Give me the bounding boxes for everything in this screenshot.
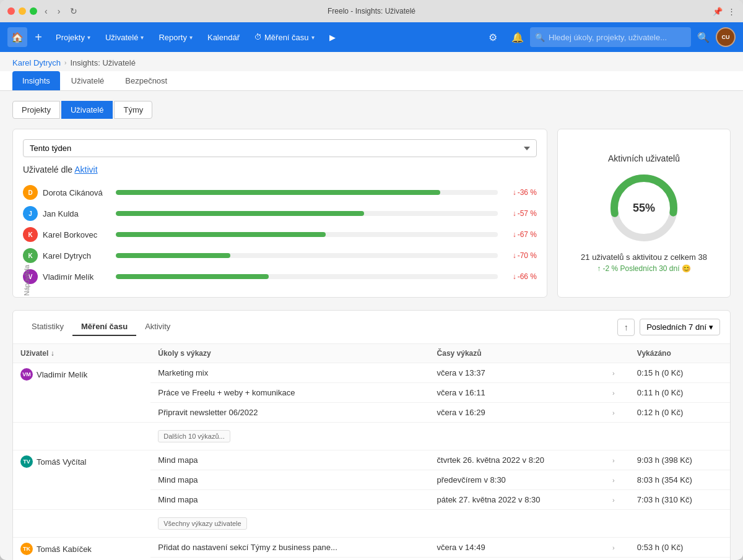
section-period-button[interactable]: Posledních 7 dní ▾	[640, 319, 720, 335]
more-button[interactable]: Všechny výkazy uživatele	[158, 517, 246, 530]
more-row: Dalších 10 výkazů...	[13, 423, 730, 450]
task-reported-cell: 9:03 h (398 Kč)	[630, 450, 730, 470]
task-start-cell: včera v 13:37	[430, 363, 606, 383]
user-activity-row: J Jan Kulda ↓ -57 %	[23, 203, 537, 224]
nav-item-play[interactable]: ▶	[323, 29, 342, 46]
forward-button[interactable]: ›	[55, 5, 63, 17]
notifications-icon[interactable]: 🔔	[508, 27, 528, 47]
user-avatar: TK	[20, 543, 33, 555]
task-start-cell: čtvrtek 26. května 2022 v 8:20	[430, 450, 606, 470]
task-name-cell: Připravit newsletter 06/2022	[150, 403, 429, 423]
user-cell: TV Tomáš Vyčítal	[13, 450, 150, 510]
task-name-cell: Přidat do nastavení sekcí Týmy z busines…	[150, 538, 429, 558]
search-bar[interactable]: 🔍	[530, 27, 691, 47]
sub-tab-uzivatele[interactable]: Uživatelé	[61, 101, 113, 119]
user-name: Karel Borkovec	[43, 230, 111, 239]
user-name: Dorota Cikánová	[43, 188, 111, 197]
main-area: Projekty Uživatelé Týmy Tento týden Minu…	[0, 91, 743, 560]
user-avatar: J	[23, 206, 38, 221]
table-row: VM Vladimír Melík Marketing mix včera v …	[13, 363, 730, 383]
export-button[interactable]: ↑	[617, 319, 635, 336]
close-button[interactable]	[7, 7, 15, 15]
tab-insights[interactable]: Insights	[12, 71, 60, 90]
task-reported-cell: 0:15 h (0 Kč)	[630, 363, 730, 383]
change-value: -70 %	[518, 251, 537, 260]
section-tab-mereni[interactable]: Měření času	[72, 318, 136, 336]
help-sidebar-label[interactable]: Nápověda	[23, 264, 30, 295]
change-value: -67 %	[518, 230, 537, 239]
activity-change: ↓ -57 %	[503, 209, 537, 218]
task-start-cell: včera v 12:35	[430, 558, 606, 561]
arrow-cell: ›	[605, 363, 630, 383]
col-arrow	[605, 344, 630, 363]
task-name-cell: Práce ve Freelu + weby + komunikace	[150, 383, 429, 403]
fullscreen-button[interactable]	[30, 7, 37, 15]
activity-bar-fill	[116, 253, 230, 258]
user-activity-row: V Vladimír Melík ↓ -66 %	[23, 266, 537, 287]
settings-icon[interactable]: ⚙	[483, 27, 503, 47]
search-input[interactable]	[549, 33, 672, 42]
home-button[interactable]: 🏠	[7, 27, 27, 47]
titlebar-right: 📌 ⋮	[713, 7, 736, 16]
activity-bar-container	[116, 190, 498, 195]
search-button[interactable]: 🔍	[693, 27, 713, 47]
chevron-down-icon: ▾	[87, 34, 90, 41]
back-button[interactable]: ‹	[42, 5, 50, 17]
section-tab-aktivity[interactable]: Aktivity	[136, 318, 179, 336]
breadcrumb: Karel Dytrych › Insights: Uživatelé	[0, 52, 743, 71]
user-avatar: K	[23, 227, 38, 242]
task-name-cell: Marketing mix	[150, 363, 429, 383]
change-value: -57 %	[518, 209, 537, 218]
breadcrumb-separator: ›	[64, 59, 66, 66]
user-name: Jan Kulda	[43, 209, 111, 218]
user-avatar[interactable]: CU	[716, 27, 736, 47]
arrow-cell: ›	[605, 490, 630, 510]
trend-icon: ↓	[513, 230, 516, 239]
section-tab-statistiky[interactable]: Statistiky	[23, 318, 72, 336]
user-activity-row: K Karel Dytrych ↓ -70 %	[23, 245, 537, 266]
more-button-cell: Dalších 10 výkazů...	[150, 423, 730, 450]
task-name-cell: Mind mapa	[150, 490, 429, 510]
traffic-lights	[7, 7, 37, 15]
task-start-cell: pátek 27. května 2022 v 8:30	[430, 490, 606, 510]
nav-item-kalendar[interactable]: Kalendář	[201, 29, 246, 46]
chevron-down-icon: ▾	[141, 34, 144, 41]
task-start-cell: včera v 16:11	[430, 383, 606, 403]
col-user: Uživatel ↓	[13, 344, 150, 363]
more-button[interactable]: Dalších 10 výkazů...	[158, 430, 230, 442]
period-select[interactable]: Tento týden Minulý týden Tento měsíc Min…	[23, 139, 537, 157]
nav-item-reporty[interactable]: Reporty ▾	[152, 29, 199, 46]
tab-bezpecnost[interactable]: Bezpečnost	[115, 71, 177, 90]
donut-trend: ↑ -2 % Posledních 30 dní 😊	[597, 264, 691, 273]
user-name: Karel Dytrych	[43, 251, 111, 261]
user-name: Vladimír Melík	[43, 272, 111, 282]
nav-item-uzivatele[interactable]: Uživatelé ▾	[99, 29, 150, 46]
activity-bar-container	[116, 253, 498, 258]
nav-item-projekty[interactable]: Projekty ▾	[50, 29, 97, 46]
time-table: Uživatel ↓ Úkoly s výkazy Časy výkazů Vy…	[13, 344, 730, 560]
table-row: TV Tomáš Vyčítal Mind mapa čtvrtek 26. k…	[13, 450, 730, 470]
table-body: VM Vladimír Melík Marketing mix včera v …	[13, 363, 730, 561]
nav-item-mereni-casu[interactable]: ⏱ Měření času ▾	[248, 29, 321, 46]
task-reported-cell: 0:11 h (0 Kč)	[630, 383, 730, 403]
activity-link[interactable]: Aktivit	[74, 165, 97, 174]
donut-center-label: 55%	[633, 202, 655, 215]
breadcrumb-link-karel[interactable]: Karel Dytrych	[12, 58, 61, 67]
user-cell: TK Tomáš Kabíček	[13, 538, 150, 561]
arrow-cell: ›	[605, 383, 630, 403]
chevron-down-icon: ▾	[311, 34, 315, 41]
activity-title: Uživatelé dle Aktivit	[23, 165, 537, 174]
sub-tab-projekty[interactable]: Projekty	[12, 101, 60, 119]
minimize-button[interactable]	[19, 7, 26, 15]
more-button-cell: Všechny výkazy uživatele	[150, 510, 730, 538]
menu-icon: ⋮	[728, 7, 736, 16]
add-button[interactable]: +	[30, 28, 47, 46]
change-value: -66 %	[518, 272, 537, 281]
arrow-cell: ›	[605, 450, 630, 470]
reload-button[interactable]: ↻	[67, 5, 80, 17]
bottom-section: Statistiky Měření času Aktivity ↑ Posled…	[12, 310, 731, 560]
sub-tab-tymy[interactable]: Týmy	[114, 101, 152, 119]
user-avatar: VM	[20, 368, 33, 381]
tab-uzivatele[interactable]: Uživatelé	[61, 71, 114, 90]
user-avatar: D	[23, 185, 38, 200]
